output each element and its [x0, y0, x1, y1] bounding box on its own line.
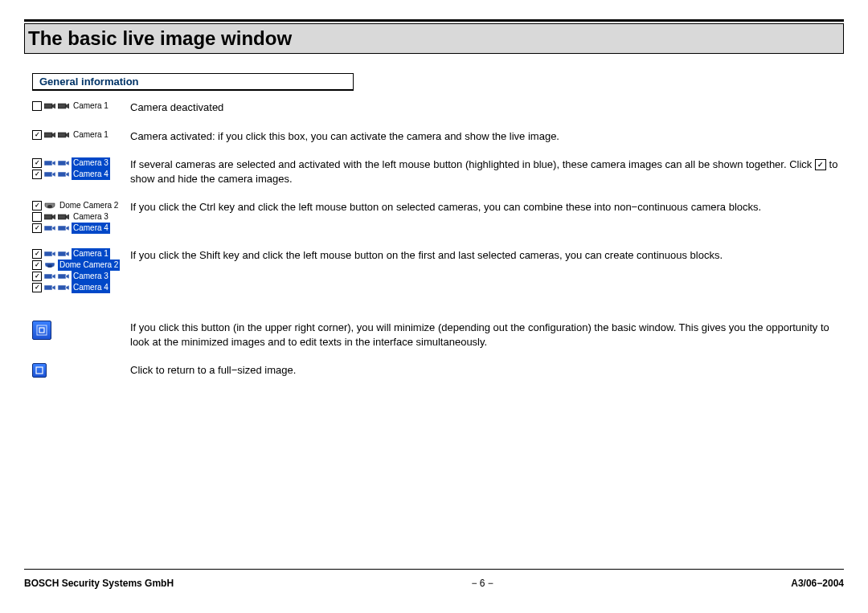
tree-item-camera-3-selected: Camera 3 — [32, 157, 130, 169]
camera-icon — [58, 284, 69, 292]
camera-icon — [58, 250, 69, 258]
dome-camera-icon — [44, 202, 55, 210]
checkbox-inline-icon — [815, 159, 826, 170]
content: Camera 1 Camera deactivated Camera 1 Cam — [32, 100, 844, 378]
tree-item-camera-3: Camera 3 — [32, 211, 130, 223]
tree-item-camera-1-unchecked: Camera 1 — [32, 100, 130, 112]
camera-icon — [44, 131, 55, 139]
footer-doc-id: A3/06−2004 — [791, 578, 844, 589]
camera-icon — [44, 250, 55, 258]
camera-icon — [58, 272, 69, 280]
tree-item-label: Camera 4 — [72, 282, 110, 293]
camera-icon — [44, 102, 55, 110]
checkbox-checked-icon — [32, 249, 42, 259]
camera-icon — [58, 213, 69, 221]
camera-icon — [58, 170, 69, 178]
page-title: The basic live image window — [28, 27, 840, 50]
footer-company: BOSCH Security Systems GmbH — [24, 578, 174, 589]
row-multi-select: Camera 3 Camera 4 If several cameras are… — [32, 157, 844, 186]
dome-camera-icon — [44, 261, 55, 269]
tree-item-label: Camera 4 — [72, 169, 110, 180]
checkbox-checked-icon — [32, 158, 42, 168]
svg-rect-8 — [36, 367, 43, 374]
checkbox-unchecked-icon — [32, 101, 42, 111]
row-minimize: If you click this button (in the upper r… — [32, 321, 844, 349]
tree-camera-activated: Camera 1 — [32, 129, 130, 141]
tree-item-camera-4-selected: Camera 4 — [32, 169, 130, 180]
tree-ctrl-select: Dome Camera 2 Camera 3 Camera 4 — [32, 200, 130, 234]
camera-icon — [44, 159, 55, 167]
camera-icon — [44, 170, 55, 178]
tree-item-label: Dome Camera 2 — [58, 260, 120, 271]
section-header-general-information: General information — [32, 73, 354, 91]
tree-item-label: Camera 3 — [72, 211, 110, 223]
checkbox-unchecked-icon — [32, 212, 42, 222]
camera-icon — [58, 102, 69, 110]
desc-camera-activated: Camera activated: if you click this box,… — [130, 129, 844, 144]
tree-camera-deactivated: Camera 1 — [32, 100, 130, 112]
checkbox-checked-icon — [32, 272, 42, 281]
page-title-bar: The basic live image window — [24, 23, 844, 54]
tree-item-camera-1-checked: Camera 1 — [32, 129, 130, 141]
tree-item-camera-4-selected: Camera 4 — [32, 282, 130, 293]
camera-icon — [44, 213, 55, 221]
checkbox-checked-icon — [32, 201, 42, 210]
tree-item-label: Camera 1 — [72, 129, 110, 141]
camera-icon — [58, 224, 69, 232]
checkbox-checked-icon — [32, 260, 42, 270]
checkbox-checked-icon — [32, 223, 42, 233]
camera-icon — [44, 224, 55, 232]
minimize-window-icon — [32, 321, 51, 340]
tree-item-dome-2-selected: Dome Camera 2 — [32, 260, 130, 271]
tree-item-dome-2: Dome Camera 2 — [32, 200, 130, 211]
tree-item-label: Camera 3 — [72, 271, 110, 282]
footer: BOSCH Security Systems GmbH − 6 − A3/06−… — [24, 569, 844, 589]
desc-shift-select: If you click the Shift key and click the… — [130, 248, 844, 263]
row-camera-activated: Camera 1 Camera activated: if you click … — [32, 129, 844, 144]
desc-minimize: If you click this button (in the upper r… — [130, 321, 844, 349]
footer-page-number: − 6 − — [471, 578, 493, 589]
row-camera-deactivated: Camera 1 Camera deactivated — [32, 100, 844, 115]
checkbox-checked-icon — [32, 130, 42, 140]
checkbox-checked-icon — [32, 170, 42, 179]
tree-item-camera-4-selected: Camera 4 — [32, 223, 130, 234]
desc-ctrl-select: If you click the Ctrl key and click the … — [130, 200, 844, 215]
footer-rule — [24, 569, 844, 570]
tree-item-label: Camera 4 — [72, 223, 110, 234]
tree-item-label: Camera 3 — [72, 157, 110, 169]
top-rule — [24, 19, 844, 22]
tree-shift-select: Camera 1 Dome Camera 2 Camera 3 — [32, 248, 130, 293]
checkbox-checked-icon — [32, 283, 42, 292]
desc-multi-select-a: If several cameras are selected and acti… — [130, 158, 815, 170]
camera-icon — [44, 284, 55, 292]
desc-camera-deactivated: Camera deactivated — [130, 100, 844, 115]
camera-icon — [58, 131, 69, 139]
restore-window-icon — [32, 363, 47, 378]
row-restore: Click to return to a full−sized image. — [32, 363, 844, 378]
svg-rect-6 — [37, 325, 47, 335]
tree-item-label: Dome Camera 2 — [58, 200, 120, 211]
row-shift-select: Camera 1 Dome Camera 2 Camera 3 — [32, 248, 844, 293]
tree-item-camera-3-selected: Camera 3 — [32, 271, 130, 282]
desc-restore: Click to return to a full−sized image. — [130, 363, 844, 378]
camera-icon — [44, 272, 55, 280]
tree-item-label: Camera 1 — [72, 100, 110, 112]
tree-multi-select: Camera 3 Camera 4 — [32, 157, 130, 180]
camera-icon — [58, 159, 69, 167]
tree-item-camera-1-selected: Camera 1 — [32, 248, 130, 260]
svg-rect-7 — [39, 328, 44, 333]
tree-item-label: Camera 1 — [72, 248, 110, 260]
row-ctrl-select: Dome Camera 2 Camera 3 Camera 4 — [32, 200, 844, 234]
desc-multi-select: If several cameras are selected and acti… — [130, 157, 844, 186]
